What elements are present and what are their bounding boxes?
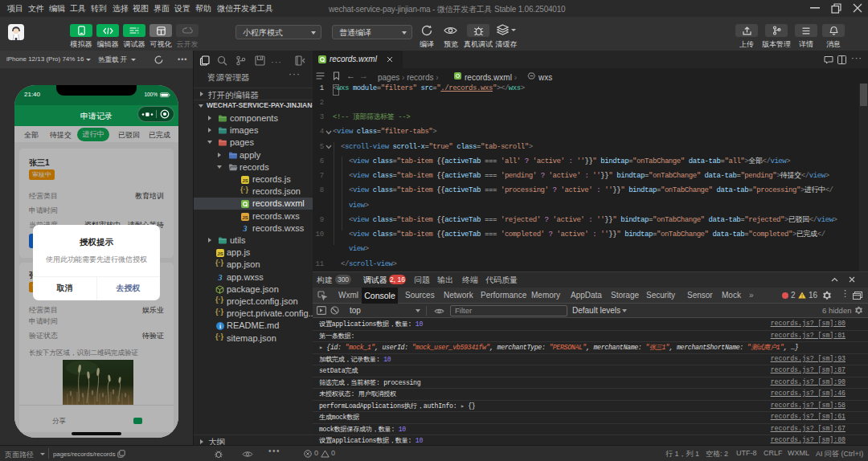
svg-text:JS: JS [242,214,248,219]
svg-text:3: 3 [218,273,223,282]
svg-text:3: 3 [243,224,248,233]
svg-text:!: ! [801,293,803,299]
svg-text:JS: JS [242,178,248,183]
svg-text:JS: JS [217,251,223,256]
svg-text:i: i [219,323,221,330]
